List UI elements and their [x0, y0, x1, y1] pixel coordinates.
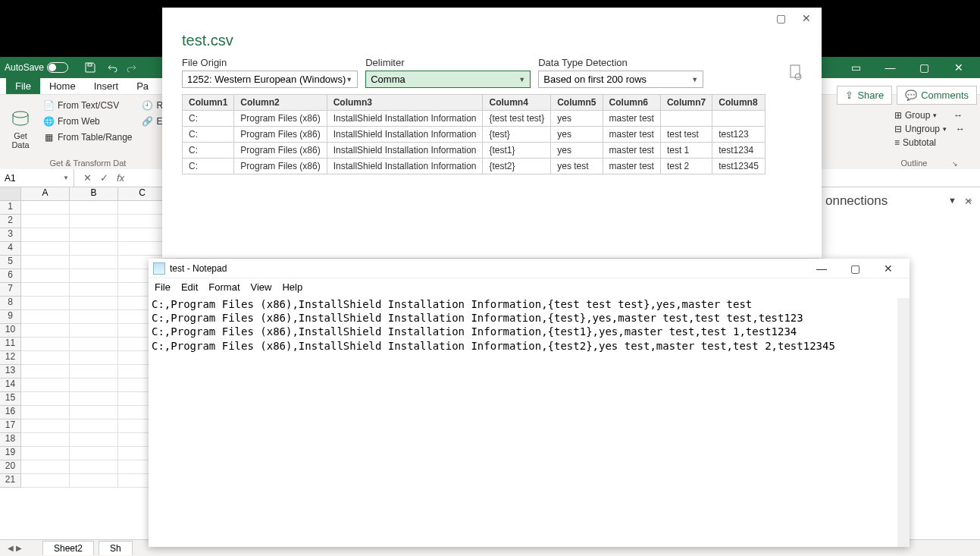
- share-button[interactable]: ⇪Share: [837, 86, 892, 105]
- row-header[interactable]: 19: [0, 447, 21, 460]
- cell[interactable]: [70, 310, 118, 324]
- cell[interactable]: [70, 419, 118, 433]
- cell[interactable]: [21, 324, 70, 338]
- select-all-cell[interactable]: [0, 187, 21, 201]
- row-header[interactable]: 11: [0, 338, 21, 351]
- pane-menu-icon[interactable]: ▼: [948, 196, 957, 207]
- cell[interactable]: [21, 242, 70, 256]
- row-header[interactable]: 10: [0, 324, 21, 338]
- cell[interactable]: [70, 474, 118, 488]
- delimiter-select[interactable]: Comma▼: [365, 71, 531, 88]
- file-origin-select[interactable]: 1252: Western European (Windows)▼: [182, 71, 358, 88]
- cell[interactable]: [21, 351, 70, 365]
- from-web-button[interactable]: 🌐From Web: [39, 114, 136, 129]
- comments-button[interactable]: 💬Comments: [897, 86, 977, 105]
- cell[interactable]: [70, 256, 118, 269]
- row-header[interactable]: 9: [0, 310, 21, 324]
- cell[interactable]: [118, 215, 167, 228]
- row-header[interactable]: 12: [0, 351, 21, 365]
- notepad-maximize-icon[interactable]: ▢: [838, 262, 872, 275]
- cell[interactable]: [70, 351, 118, 365]
- notepad-menu-view[interactable]: View: [251, 281, 272, 293]
- home-tab[interactable]: Home: [40, 78, 85, 94]
- minimize-icon[interactable]: —: [873, 57, 907, 78]
- sheet-tab-partial[interactable]: Sh: [99, 541, 133, 555]
- notepad-menu-file[interactable]: File: [155, 281, 171, 293]
- row-header[interactable]: 15: [0, 392, 21, 406]
- cell[interactable]: [21, 392, 70, 406]
- row-header[interactable]: 13: [0, 365, 21, 379]
- notepad-menu-help[interactable]: Help: [282, 281, 302, 293]
- preview-column-header[interactable]: Column8: [712, 95, 766, 111]
- preview-column-header[interactable]: Column4: [483, 95, 551, 111]
- row-header[interactable]: 17: [0, 419, 21, 433]
- cell[interactable]: [70, 324, 118, 338]
- cell[interactable]: [21, 406, 70, 419]
- cell[interactable]: [21, 297, 70, 310]
- cell[interactable]: [21, 269, 70, 283]
- preview-column-header[interactable]: Column3: [327, 95, 483, 111]
- close-icon[interactable]: ✕: [941, 57, 975, 78]
- cell[interactable]: [21, 447, 70, 460]
- notepad-close-icon[interactable]: ✕: [872, 262, 905, 275]
- cell[interactable]: [118, 242, 167, 256]
- notepad-titlebar[interactable]: test - Notepad — ▢ ✕: [149, 259, 910, 278]
- row-header[interactable]: 1: [0, 201, 21, 215]
- cell[interactable]: [21, 256, 70, 269]
- cell[interactable]: [70, 433, 118, 447]
- row-header[interactable]: 2: [0, 215, 21, 228]
- from-table-button[interactable]: ▦From Table/Range: [39, 130, 136, 145]
- cell[interactable]: [21, 338, 70, 351]
- dialog-maximize-icon[interactable]: ▢: [773, 12, 788, 24]
- row-header[interactable]: 20: [0, 460, 21, 474]
- cell[interactable]: [70, 242, 118, 256]
- from-text-csv-button[interactable]: 📄From Text/CSV: [39, 98, 136, 113]
- cell[interactable]: [70, 379, 118, 392]
- cell[interactable]: [21, 283, 70, 297]
- column-header[interactable]: C: [118, 187, 167, 201]
- dialog-close-icon[interactable]: ✕: [799, 12, 814, 24]
- preview-column-header[interactable]: Column2: [234, 95, 327, 111]
- row-header[interactable]: 5: [0, 256, 21, 269]
- dialog-settings-icon[interactable]: [788, 64, 802, 81]
- cell[interactable]: [70, 269, 118, 283]
- cell[interactable]: [21, 460, 70, 474]
- cancel-formula-icon[interactable]: ✕: [79, 172, 95, 184]
- row-header[interactable]: 16: [0, 406, 21, 419]
- cell[interactable]: [70, 201, 118, 215]
- cell[interactable]: [21, 379, 70, 392]
- preview-column-header[interactable]: Column6: [603, 95, 660, 111]
- save-icon[interactable]: [82, 60, 99, 75]
- cell[interactable]: [70, 283, 118, 297]
- ungroup-button[interactable]: ⊟Ungroup ▾↔: [894, 122, 965, 136]
- notepad-minimize-icon[interactable]: —: [805, 262, 838, 275]
- column-header[interactable]: A: [21, 187, 70, 201]
- cell[interactable]: [21, 228, 70, 242]
- cell[interactable]: [70, 365, 118, 379]
- sheet-nav[interactable]: ◀ ▶: [0, 544, 38, 552]
- expand-formula-bar-icon[interactable]: ⌄: [963, 192, 977, 206]
- notepad-menu-edit[interactable]: Edit: [181, 281, 198, 293]
- cell[interactable]: [21, 201, 70, 215]
- undo-icon[interactable]: [103, 60, 120, 75]
- row-header[interactable]: 18: [0, 433, 21, 447]
- row-header[interactable]: 21: [0, 474, 21, 488]
- autosave-toggle[interactable]: AutoSave: [5, 62, 68, 73]
- column-header[interactable]: B: [70, 187, 118, 201]
- cell[interactable]: [70, 460, 118, 474]
- row-header[interactable]: 14: [0, 379, 21, 392]
- row-header[interactable]: 4: [0, 242, 21, 256]
- detection-select[interactable]: Based on first 200 rows▼: [538, 71, 703, 88]
- subtotal-button[interactable]: ≡Subtotal: [894, 136, 965, 149]
- chevron-down-icon[interactable]: ▼: [63, 174, 69, 181]
- cell[interactable]: [21, 419, 70, 433]
- enter-formula-icon[interactable]: ✓: [95, 172, 112, 184]
- cell[interactable]: [70, 447, 118, 460]
- preview-column-header[interactable]: Column7: [660, 95, 712, 111]
- cell[interactable]: [21, 474, 70, 488]
- cell[interactable]: [70, 338, 118, 351]
- preview-column-header[interactable]: Column1: [183, 95, 234, 111]
- cell[interactable]: [118, 228, 167, 242]
- cell[interactable]: [70, 406, 118, 419]
- group-button[interactable]: ⊞Group ▾↔: [894, 108, 965, 122]
